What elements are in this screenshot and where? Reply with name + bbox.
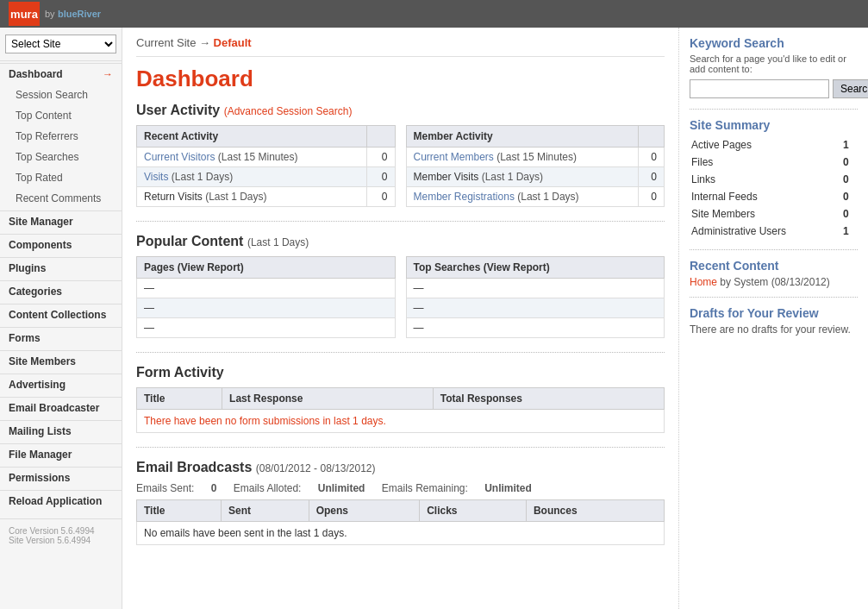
sidebar-item-top-rated[interactable]: Top Rated bbox=[0, 167, 122, 188]
table-row: — bbox=[137, 318, 396, 338]
top-searches-table: Top Searches (View Report) ——— bbox=[406, 256, 665, 338]
table-row: — bbox=[406, 298, 665, 318]
breadcrumb-site: Default bbox=[214, 36, 252, 49]
sidebar-item-plugins[interactable]: Plugins bbox=[0, 257, 122, 279]
topbar: mura by blueRiver bbox=[0, 0, 868, 28]
table-row: There have been no form submissions in l… bbox=[137, 410, 665, 433]
list-item: Administrative Users1 bbox=[691, 223, 856, 239]
sidebar-item-top-searches[interactable]: Top Searches bbox=[0, 147, 122, 167]
list-item: Site Members0 bbox=[691, 206, 856, 222]
advanced-session-search-link[interactable]: (Advanced Session Search) bbox=[224, 105, 353, 117]
list-item: Internal Feeds0 bbox=[691, 189, 856, 204]
table-row: — bbox=[137, 298, 396, 318]
sidebar-item-reload-application[interactable]: Reload Application bbox=[0, 490, 122, 512]
top-searches-view-report-link[interactable]: (View Report) bbox=[484, 261, 550, 273]
breadcrumb-prefix: Current Site → bbox=[136, 36, 210, 49]
recent-activity-table: Recent Activity Current Visitors (Last 1… bbox=[136, 125, 396, 207]
breadcrumb: Current Site → Default bbox=[136, 36, 665, 57]
activity-wrap: Recent Activity Current Visitors (Last 1… bbox=[136, 125, 665, 207]
table-row: No emails have been sent in the last 1 d… bbox=[137, 522, 665, 545]
sidebar-nav: Dashboard→Session SearchTop ContentTop R… bbox=[0, 63, 122, 512]
sidebar-item-categories[interactable]: Categories bbox=[0, 280, 122, 302]
table-row: Visits (Last 1 Days)0 bbox=[137, 167, 396, 187]
drafts-empty-msg: There are no drafts for your review. bbox=[690, 323, 858, 336]
by-text: by bbox=[45, 9, 55, 19]
sep1 bbox=[136, 221, 665, 222]
popular-content-header: Popular Content (Last 1 Days) bbox=[136, 234, 665, 249]
sidebar-item-top-content[interactable]: Top Content bbox=[0, 105, 122, 126]
no-submissions-msg: There have been no form submissions in l… bbox=[137, 410, 665, 433]
table-row: Return Visits (Last 1 Days)0 bbox=[137, 187, 396, 207]
home-link[interactable]: Home bbox=[690, 276, 717, 288]
sidebar-item-session-search[interactable]: Session Search bbox=[0, 85, 122, 105]
keyword-search-form: Search bbox=[690, 79, 858, 98]
list-item: Links0 bbox=[691, 172, 856, 187]
form-activity-header: Form Activity bbox=[136, 365, 665, 380]
site-summary-table: Active Pages1Files0Links0Internal Feeds0… bbox=[690, 135, 858, 241]
search-input[interactable] bbox=[690, 79, 829, 98]
user-activity-header: User Activity (Advanced Session Search) bbox=[136, 103, 665, 118]
recent-content-rest: by System (08/13/2012) bbox=[717, 276, 830, 288]
table-row: — bbox=[137, 279, 396, 298]
list-item: Files0 bbox=[691, 154, 856, 170]
recent-content-item: Home by System (08/13/2012) bbox=[690, 276, 858, 288]
sidebar-item-dashboard[interactable]: Dashboard→ bbox=[0, 63, 122, 85]
sidebar-item-forms[interactable]: Forms bbox=[0, 327, 122, 348]
drafts-title: Drafts for Your Review bbox=[690, 306, 858, 320]
form-activity-table: TitleLast ResponseTotal Responses There … bbox=[136, 387, 665, 433]
sidebar-item-components[interactable]: Components bbox=[0, 234, 122, 255]
sidebar-item-site-manager[interactable]: Site Manager bbox=[0, 210, 122, 232]
table-row: Member Visits (Last 1 Days)0 bbox=[406, 167, 665, 187]
rp-sep2 bbox=[690, 249, 858, 250]
sidebar-item-site-members[interactable]: Site Members bbox=[0, 350, 122, 372]
sidebar-item-advertising[interactable]: Advertising bbox=[0, 374, 122, 395]
brand-text: blueRiver bbox=[58, 9, 101, 19]
site-summary-title: Site Summary bbox=[690, 118, 858, 132]
sidebar-item-permissions[interactable]: Permissions bbox=[0, 467, 122, 488]
email-broadcasts-header: Email Broadcasts (08/01/2012 - 08/13/201… bbox=[136, 460, 665, 475]
sidebar: Select Site Dashboard→Session SearchTop … bbox=[0, 28, 122, 609]
sidebar-version: Core Version 5.6.4994 Site Version 5.6.4… bbox=[0, 518, 122, 552]
keyword-search-desc: Search for a page you'd like to edit or … bbox=[690, 53, 858, 74]
sidebar-item-recent-comments[interactable]: Recent Comments bbox=[0, 188, 122, 209]
table-row: Member Registrations (Last 1 Days)0 bbox=[406, 187, 665, 207]
page-title: Dashboard bbox=[136, 66, 665, 92]
no-emails-msg: No emails have been sent in the last 1 d… bbox=[137, 522, 665, 545]
keyword-search-title: Keyword Search bbox=[690, 36, 858, 50]
popular-wrap: Pages (View Report) ——— Top Searches (Vi… bbox=[136, 256, 665, 338]
site-select[interactable]: Select Site bbox=[5, 35, 116, 53]
table-row: — bbox=[406, 318, 665, 338]
email-broadcasts-table: TitleSentOpensClicksBounces No emails ha… bbox=[136, 499, 665, 545]
email-meta: Emails Sent: 0 Emails Alloted: Unlimited… bbox=[136, 482, 665, 494]
sidebar-item-top-referrers[interactable]: Top Referrers bbox=[0, 126, 122, 147]
table-row: Current Visitors (Last 15 Minutes)0 bbox=[137, 148, 396, 167]
sidebar-item-email-broadcaster[interactable]: Email Broadcaster bbox=[0, 397, 122, 418]
logo: mura bbox=[9, 2, 40, 26]
sidebar-item-file-manager[interactable]: File Manager bbox=[0, 443, 122, 465]
sep3 bbox=[136, 447, 665, 448]
table-row: Current Members (Last 15 Minutes)0 bbox=[406, 148, 665, 167]
sidebar-item-mailing-lists[interactable]: Mailing Lists bbox=[0, 420, 122, 442]
table-row: — bbox=[406, 279, 665, 298]
right-panel: Keyword Search Search for a page you'd l… bbox=[678, 28, 868, 609]
main-content: Current Site → Default Dashboard User Ac… bbox=[122, 28, 678, 609]
rp-sep3 bbox=[690, 297, 858, 298]
list-item: Active Pages1 bbox=[691, 137, 856, 153]
site-select-wrap: Select Site bbox=[0, 28, 122, 61]
search-button[interactable]: Search bbox=[833, 79, 868, 98]
sep2 bbox=[136, 352, 665, 353]
dashboard-arrow-icon: → bbox=[103, 68, 113, 80]
member-activity-table: Member Activity Current Members (Last 15… bbox=[406, 125, 665, 207]
pages-view-report-link[interactable]: (View Report) bbox=[178, 261, 244, 273]
recent-content-title: Recent Content bbox=[690, 259, 858, 273]
rp-sep1 bbox=[690, 109, 858, 110]
pages-table: Pages (View Report) ——— bbox=[136, 256, 396, 338]
sidebar-item-content-collections[interactable]: Content Collections bbox=[0, 304, 122, 325]
